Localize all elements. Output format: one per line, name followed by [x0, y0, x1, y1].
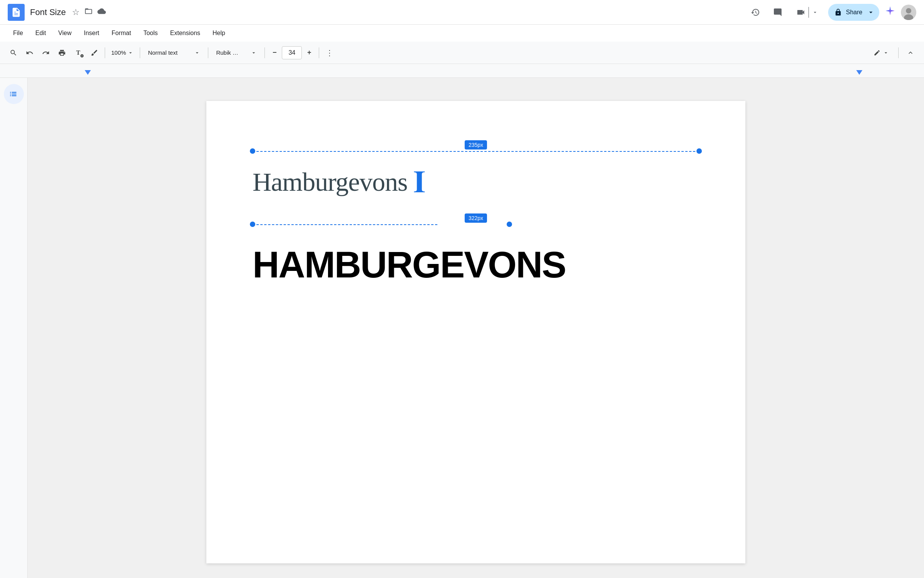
doc-area[interactable]: 235px Hamburgevons 𝐈: [28, 78, 924, 578]
share-button[interactable]: Share: [828, 4, 879, 21]
paint-format-button[interactable]: [87, 45, 102, 60]
font-size-value[interactable]: 34: [282, 46, 302, 59]
redo-button[interactable]: [38, 45, 53, 60]
sidebar: [0, 78, 28, 578]
doc-page: 235px Hamburgevons 𝐈: [206, 101, 745, 563]
selection-dot-br: [507, 222, 512, 227]
comments-button[interactable]: [769, 4, 786, 21]
zoom-selector[interactable]: 100%: [108, 45, 137, 60]
cloud-icon[interactable]: [97, 7, 106, 18]
toolbar-right: [869, 45, 918, 60]
toolbar-collapse-button[interactable]: [903, 45, 918, 60]
selection-dot-tr: [696, 148, 702, 154]
menu-help[interactable]: Help: [207, 27, 231, 39]
share-label: Share: [846, 9, 862, 16]
selection-dot-bl: [250, 222, 255, 227]
line1-px-label: 235px: [465, 140, 487, 150]
font-label: Rubik …: [216, 49, 238, 56]
title-bar: Font Size ☆ Share: [0, 0, 924, 25]
print-button[interactable]: [55, 45, 69, 60]
folder-icon[interactable]: [84, 7, 93, 18]
style-label: Normal text: [148, 49, 177, 56]
menu-insert[interactable]: Insert: [79, 27, 105, 39]
line2-container: 322px HAMBURGEVONS: [253, 220, 699, 297]
main-area: 235px Hamburgevons 𝐈: [0, 78, 924, 578]
font-size-decrease[interactable]: −: [268, 46, 281, 59]
menu-file[interactable]: File: [8, 27, 28, 39]
toolbar-divider-1: [105, 47, 105, 58]
ruler-left-marker[interactable]: [85, 70, 91, 75]
gemini-icon[interactable]: [885, 5, 896, 19]
menu-view[interactable]: View: [53, 27, 77, 39]
outline-button[interactable]: [4, 84, 24, 104]
star-icon[interactable]: ☆: [72, 7, 80, 17]
meet-button[interactable]: [792, 4, 823, 21]
title-right: Share: [747, 4, 916, 21]
menu-edit[interactable]: Edit: [30, 27, 52, 39]
font-size-control: − 34 +: [268, 46, 316, 59]
svg-point-1: [906, 8, 911, 13]
ruler: [0, 64, 924, 78]
font-selector[interactable]: Rubik …: [211, 45, 261, 60]
selection-dot-tl: [250, 148, 255, 154]
menu-tools[interactable]: Tools: [138, 27, 163, 39]
toolbar-divider-5: [319, 47, 319, 58]
text-line2[interactable]: HAMBURGEVONS: [253, 236, 699, 294]
menu-bar: File Edit View Insert Format Tools Exten…: [0, 25, 924, 42]
ruler-right-marker[interactable]: [856, 70, 862, 75]
doc-title[interactable]: Font Size: [30, 7, 66, 17]
line1-text: Hamburgevons: [253, 167, 407, 197]
menu-extensions[interactable]: Extensions: [165, 27, 206, 39]
history-button[interactable]: [747, 4, 764, 21]
toolbar-divider-4: [264, 47, 265, 58]
text-line1[interactable]: Hamburgevons 𝐈: [253, 159, 699, 205]
share-button-main: Share: [834, 8, 862, 16]
text-cursor: 𝐈: [413, 166, 425, 197]
toolbar: T 100% Normal text Rubik … − 34 + ⋮: [0, 42, 924, 64]
share-caret[interactable]: [864, 5, 878, 19]
line2-px-label: 322px: [465, 213, 487, 223]
toolbar-divider-3: [208, 47, 208, 58]
avatar[interactable]: [901, 5, 916, 20]
edit-mode-button[interactable]: [869, 45, 894, 60]
toolbar-divider-6: [898, 47, 899, 58]
font-size-increase[interactable]: +: [303, 46, 316, 59]
spell-check-button[interactable]: T: [71, 45, 85, 60]
line1-container: 235px Hamburgevons 𝐈: [253, 147, 699, 209]
zoom-label: 100%: [111, 49, 126, 56]
style-selector[interactable]: Normal text: [143, 45, 205, 60]
app-icon[interactable]: [8, 4, 25, 21]
menu-format[interactable]: Format: [106, 27, 137, 39]
line2-text: HAMBURGEVONS: [253, 244, 566, 285]
undo-button[interactable]: [22, 45, 37, 60]
more-options-button[interactable]: ⋮: [322, 45, 337, 60]
toolbar-divider-2: [140, 47, 140, 58]
search-button[interactable]: [6, 45, 21, 60]
